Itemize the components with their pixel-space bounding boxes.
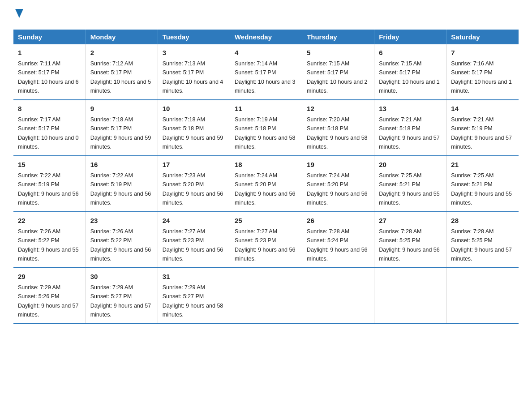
calendar-cell: 26 Sunrise: 7:28 AMSunset: 5:24 PMDaylig… [302, 212, 374, 268]
day-info: Sunrise: 7:13 AMSunset: 5:17 PMDaylight:… [163, 60, 223, 94]
day-number: 29 [18, 272, 81, 282]
day-info: Sunrise: 7:16 AMSunset: 5:17 PMDaylight:… [451, 60, 512, 94]
week-row-5: 29 Sunrise: 7:29 AMSunset: 5:26 PMDaylig… [13, 268, 519, 324]
calendar-cell: 8 Sunrise: 7:17 AMSunset: 5:17 PMDayligh… [13, 100, 86, 156]
week-row-1: 1 Sunrise: 7:11 AMSunset: 5:17 PMDayligh… [13, 44, 519, 100]
day-info: Sunrise: 7:29 AMSunset: 5:27 PMDaylight:… [163, 284, 223, 318]
calendar-table: SundayMondayTuesdayWednesdayThursdayFrid… [13, 30, 519, 324]
day-number: 28 [451, 216, 514, 226]
day-number: 19 [307, 160, 369, 170]
day-info: Sunrise: 7:29 AMSunset: 5:26 PMDaylight:… [18, 284, 79, 318]
day-number: 2 [90, 48, 153, 58]
calendar-cell: 19 Sunrise: 7:24 AMSunset: 5:20 PMDaylig… [302, 156, 374, 212]
day-info: Sunrise: 7:20 AMSunset: 5:18 PMDaylight:… [307, 116, 368, 150]
day-number: 6 [379, 48, 442, 58]
day-info: Sunrise: 7:15 AMSunset: 5:17 PMDaylight:… [307, 60, 368, 94]
calendar-cell: 22 Sunrise: 7:26 AMSunset: 5:22 PMDaylig… [13, 212, 86, 268]
calendar-cell: 14 Sunrise: 7:21 AMSunset: 5:19 PMDaylig… [446, 100, 519, 156]
calendar-cell: 25 Sunrise: 7:27 AMSunset: 5:23 PMDaylig… [230, 212, 302, 268]
header-tuesday: Tuesday [158, 30, 230, 44]
calendar-cell: 30 Sunrise: 7:29 AMSunset: 5:27 PMDaylig… [86, 268, 158, 324]
day-number: 21 [451, 160, 514, 170]
day-number: 15 [18, 160, 81, 170]
day-number: 31 [163, 272, 225, 282]
calendar-cell: 29 Sunrise: 7:29 AMSunset: 5:26 PMDaylig… [13, 268, 86, 324]
day-number: 13 [379, 104, 442, 114]
day-number: 14 [451, 104, 514, 114]
calendar-cell: 28 Sunrise: 7:28 AMSunset: 5:25 PMDaylig… [446, 212, 519, 268]
day-number: 8 [18, 104, 81, 114]
day-info: Sunrise: 7:18 AMSunset: 5:17 PMDaylight:… [90, 116, 151, 150]
day-number: 30 [90, 272, 153, 282]
day-number: 3 [163, 48, 225, 58]
calendar-header-row: SundayMondayTuesdayWednesdayThursdayFrid… [13, 30, 519, 44]
day-number: 17 [163, 160, 225, 170]
day-info: Sunrise: 7:21 AMSunset: 5:18 PMDaylight:… [379, 116, 440, 150]
day-number: 7 [451, 48, 514, 58]
svg-marker-0 [15, 9, 23, 18]
calendar-cell [302, 268, 374, 324]
calendar-cell: 4 Sunrise: 7:14 AMSunset: 5:17 PMDayligh… [230, 44, 302, 100]
calendar-cell: 18 Sunrise: 7:24 AMSunset: 5:20 PMDaylig… [230, 156, 302, 212]
day-number: 12 [307, 104, 369, 114]
calendar-cell: 17 Sunrise: 7:23 AMSunset: 5:20 PMDaylig… [158, 156, 230, 212]
day-info: Sunrise: 7:28 AMSunset: 5:24 PMDaylight:… [307, 228, 368, 262]
day-info: Sunrise: 7:19 AMSunset: 5:18 PMDaylight:… [235, 116, 296, 150]
day-number: 10 [163, 104, 225, 114]
calendar-cell: 3 Sunrise: 7:13 AMSunset: 5:17 PMDayligh… [158, 44, 230, 100]
logo [13, 9, 23, 21]
calendar-cell: 24 Sunrise: 7:27 AMSunset: 5:23 PMDaylig… [158, 212, 230, 268]
week-row-4: 22 Sunrise: 7:26 AMSunset: 5:22 PMDaylig… [13, 212, 519, 268]
header-wednesday: Wednesday [230, 30, 302, 44]
day-number: 1 [18, 48, 81, 58]
day-info: Sunrise: 7:15 AMSunset: 5:17 PMDaylight:… [379, 60, 440, 94]
day-info: Sunrise: 7:12 AMSunset: 5:17 PMDaylight:… [90, 60, 151, 94]
day-info: Sunrise: 7:26 AMSunset: 5:22 PMDaylight:… [18, 228, 79, 262]
day-number: 27 [379, 216, 442, 226]
calendar-cell: 16 Sunrise: 7:22 AMSunset: 5:19 PMDaylig… [86, 156, 158, 212]
header-monday: Monday [86, 30, 158, 44]
logo-arrow-icon [15, 9, 23, 20]
day-number: 16 [90, 160, 153, 170]
day-number: 9 [90, 104, 153, 114]
day-info: Sunrise: 7:22 AMSunset: 5:19 PMDaylight:… [18, 172, 79, 206]
calendar-cell: 11 Sunrise: 7:19 AMSunset: 5:18 PMDaylig… [230, 100, 302, 156]
day-number: 23 [90, 216, 153, 226]
day-info: Sunrise: 7:18 AMSunset: 5:18 PMDaylight:… [163, 116, 223, 150]
day-info: Sunrise: 7:25 AMSunset: 5:21 PMDaylight:… [451, 172, 512, 206]
day-info: Sunrise: 7:28 AMSunset: 5:25 PMDaylight:… [451, 228, 512, 262]
day-number: 24 [163, 216, 225, 226]
day-number: 20 [379, 160, 442, 170]
day-info: Sunrise: 7:21 AMSunset: 5:19 PMDaylight:… [451, 116, 512, 150]
header-sunday: Sunday [13, 30, 86, 44]
calendar-cell: 6 Sunrise: 7:15 AMSunset: 5:17 PMDayligh… [374, 44, 446, 100]
day-info: Sunrise: 7:24 AMSunset: 5:20 PMDaylight:… [307, 172, 368, 206]
day-info: Sunrise: 7:22 AMSunset: 5:19 PMDaylight:… [90, 172, 151, 206]
calendar-cell: 23 Sunrise: 7:26 AMSunset: 5:22 PMDaylig… [86, 212, 158, 268]
calendar-cell: 31 Sunrise: 7:29 AMSunset: 5:27 PMDaylig… [158, 268, 230, 324]
day-number: 22 [18, 216, 81, 226]
day-info: Sunrise: 7:23 AMSunset: 5:20 PMDaylight:… [163, 172, 223, 206]
page-header [13, 9, 519, 21]
calendar-cell: 9 Sunrise: 7:18 AMSunset: 5:17 PMDayligh… [86, 100, 158, 156]
week-row-2: 8 Sunrise: 7:17 AMSunset: 5:17 PMDayligh… [13, 100, 519, 156]
day-info: Sunrise: 7:17 AMSunset: 5:17 PMDaylight:… [18, 116, 79, 150]
calendar-cell: 7 Sunrise: 7:16 AMSunset: 5:17 PMDayligh… [446, 44, 519, 100]
calendar-cell: 21 Sunrise: 7:25 AMSunset: 5:21 PMDaylig… [446, 156, 519, 212]
day-info: Sunrise: 7:11 AMSunset: 5:17 PMDaylight:… [18, 60, 79, 94]
calendar-cell: 20 Sunrise: 7:25 AMSunset: 5:21 PMDaylig… [374, 156, 446, 212]
calendar-cell: 10 Sunrise: 7:18 AMSunset: 5:18 PMDaylig… [158, 100, 230, 156]
calendar-cell: 12 Sunrise: 7:20 AMSunset: 5:18 PMDaylig… [302, 100, 374, 156]
calendar-cell: 2 Sunrise: 7:12 AMSunset: 5:17 PMDayligh… [86, 44, 158, 100]
day-number: 25 [235, 216, 297, 226]
calendar-cell [374, 268, 446, 324]
day-info: Sunrise: 7:28 AMSunset: 5:25 PMDaylight:… [379, 228, 440, 262]
header-friday: Friday [374, 30, 446, 44]
day-number: 26 [307, 216, 369, 226]
day-number: 5 [307, 48, 369, 58]
day-info: Sunrise: 7:25 AMSunset: 5:21 PMDaylight:… [379, 172, 440, 206]
calendar-cell: 5 Sunrise: 7:15 AMSunset: 5:17 PMDayligh… [302, 44, 374, 100]
day-info: Sunrise: 7:27 AMSunset: 5:23 PMDaylight:… [235, 228, 296, 262]
day-number: 11 [235, 104, 297, 114]
calendar-cell: 27 Sunrise: 7:28 AMSunset: 5:25 PMDaylig… [374, 212, 446, 268]
